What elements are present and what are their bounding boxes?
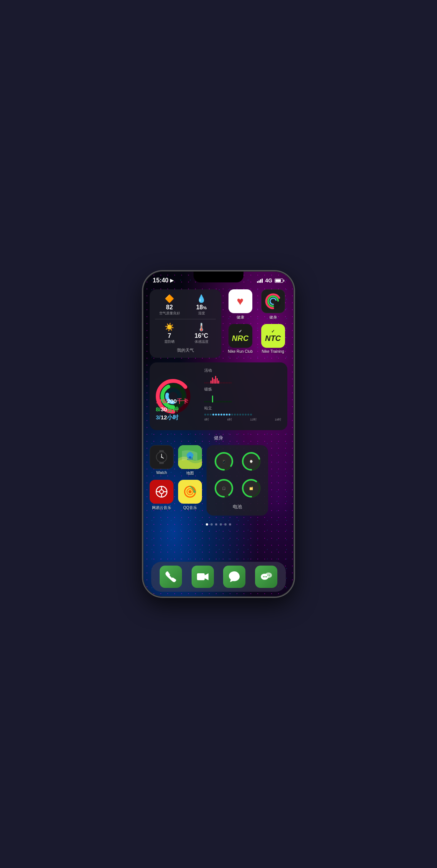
weather-widget[interactable]: 🔶 82 空气质量良好 💧 18% 湿度 ☀️ — [150, 289, 221, 358]
svg-text:⌚: ⌚ — [249, 459, 253, 463]
svg-point-23 — [160, 490, 163, 494]
watch-icon — [150, 445, 173, 469]
netease-svg — [154, 484, 169, 499]
signal-bars — [257, 279, 263, 283]
battery-item-airpods: 🎧 — [212, 477, 235, 501]
watch-label: Watch — [156, 471, 167, 475]
svg-point-55 — [269, 575, 270, 576]
battery-tip — [284, 280, 284, 282]
battery-ring-airpods: 🎧 — [213, 477, 235, 499]
svg-rect-48 — [197, 573, 205, 580]
svg-point-52 — [264, 576, 265, 578]
weather-item-aqi: 🔶 82 空气质量良好 — [155, 294, 184, 316]
chart-stand-dots — [204, 412, 281, 417]
nrc-label: Nike Run Club — [228, 349, 252, 354]
dock-wechat[interactable] — [255, 566, 277, 588]
qqmusic-app[interactable]: QQ音乐 — [178, 480, 202, 511]
battery-widget[interactable]: 📱 ⌚ — [207, 445, 268, 516]
fitness-stats: 115/200千卡 8/30分钟 3/12小时 — [156, 398, 190, 422]
battery-item-phone: 📱 — [212, 451, 235, 474]
weather-grid: 🔶 82 空气质量良好 💧 18% 湿度 — [155, 294, 216, 316]
humidity-icon: 💧 — [197, 294, 206, 303]
fitness-app[interactable]: 健身 — [259, 289, 287, 320]
fitness-charts: 活动 — [204, 368, 281, 425]
dot-5[interactable] — [229, 523, 231, 526]
battery-indicator — [275, 279, 284, 283]
svg-point-18 — [161, 457, 162, 458]
uv-value: 7 — [168, 332, 171, 339]
dock-phone[interactable] — [160, 566, 182, 588]
battery-item-watch: ⌚ — [239, 451, 263, 474]
phone-screen: 15:40 ▶ 4G — [143, 272, 294, 596]
battery-ring-watch: ⌚ — [240, 451, 262, 472]
chart-exercise: 锻炼 — [204, 387, 281, 402]
dock-facetime[interactable] — [192, 566, 214, 588]
chart-exercise-bars — [204, 393, 281, 402]
aqi-icon: 🔶 — [165, 294, 174, 303]
dot-3[interactable] — [220, 523, 222, 526]
dot-4[interactable] — [224, 523, 227, 526]
svg-point-54 — [267, 575, 268, 576]
maps-svg: 280 — [178, 445, 202, 469]
dot-2[interactable] — [215, 523, 217, 526]
nrc-app[interactable]: ✓ NRC Nike Run Club — [226, 324, 255, 354]
fitness-widget[interactable]: 115/200千卡 8/30分钟 3/12小时 活动 — [150, 362, 287, 430]
svg-point-51 — [263, 576, 264, 578]
temp-icon: 🌡️ — [197, 322, 206, 332]
stat-minutes: 8/30分钟 — [156, 406, 190, 413]
chart-activity-bars — [204, 374, 281, 384]
humidity-label: 湿度 — [198, 311, 205, 316]
weather-item-temp: 🌡️ 16°C 体感温度 — [187, 322, 216, 344]
battery-fill — [275, 279, 281, 282]
uv-icon: ☀️ — [165, 322, 174, 332]
stat-calories: 115/200千卡 — [156, 398, 190, 405]
fitness-rings-icon — [265, 293, 282, 310]
ntc-label: Nike Training — [262, 349, 284, 354]
dot-0[interactable] — [206, 523, 208, 526]
facetime-svg — [196, 570, 209, 583]
chart-stand-label: 站立 — [204, 406, 281, 411]
netease-label: 网易云音乐 — [152, 505, 171, 511]
time-display: 15:40 — [153, 277, 168, 284]
netease-app[interactable]: 网易云音乐 — [150, 480, 173, 511]
battery-ring-phone: 📱 — [213, 451, 235, 472]
signal-bar-2 — [259, 280, 260, 283]
row-3: Watch 280 — [150, 445, 287, 516]
svg-text:📱: 📱 — [222, 459, 226, 463]
dot-1[interactable] — [210, 523, 213, 526]
weather-widget-name: 我的天气 — [155, 347, 216, 353]
battery-body — [275, 279, 283, 283]
weather-grid-2: ☀️ 7 需防晒 🌡️ 16°C 体感温度 — [155, 322, 216, 344]
watch-face-svg — [154, 449, 169, 465]
dock-messages[interactable] — [223, 566, 245, 588]
maps-app[interactable]: 280 地图 — [178, 445, 202, 476]
status-left: 15:40 ▶ — [153, 277, 173, 284]
dock-messages-icon — [223, 566, 245, 588]
uv-label: 需防晒 — [164, 339, 175, 344]
ntc-app[interactable]: ✓ NTC Nike Training — [259, 324, 287, 354]
aqi-label: 空气质量良好 — [159, 311, 180, 316]
battery-widget-name: 电池 — [212, 504, 263, 510]
health-label: 健康 — [237, 315, 244, 320]
ntc-text: NTC — [265, 334, 281, 343]
signal-bar-1 — [257, 281, 258, 283]
temp-label: 体感温度 — [195, 339, 208, 344]
watch-app[interactable]: Watch — [150, 445, 173, 476]
fitness-icon — [261, 289, 285, 313]
network-type: 4G — [265, 277, 272, 284]
chart-exercise-label: 锻炼 — [204, 387, 281, 392]
health-app[interactable]: ♥ 健康 — [226, 289, 255, 320]
row-3-top: Watch 280 — [150, 445, 202, 476]
aqi-value: 82 — [166, 304, 173, 311]
battery-grid: 📱 ⌚ — [212, 451, 263, 501]
battery-item-case: 🗂️ — [239, 477, 263, 501]
chart-activity-label: 活动 — [204, 368, 281, 373]
row-3-bottom: 网易云音乐 — [150, 480, 202, 511]
ntc-icon: ✓ NTC — [261, 324, 285, 348]
battery-ring-case: 🗂️ — [240, 477, 262, 499]
page-dots — [150, 520, 287, 529]
phone-device: 15:40 ▶ 4G — [143, 272, 294, 596]
maps-icon: 280 — [178, 445, 202, 469]
temp-value: 16°C — [195, 332, 208, 339]
svg-point-21 — [189, 456, 191, 459]
